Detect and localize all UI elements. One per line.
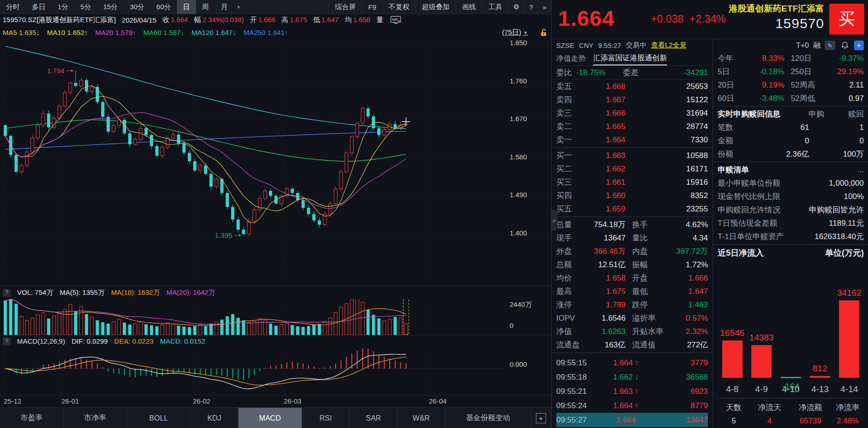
indicator-tab[interactable]: RSI <box>302 408 350 428</box>
tick-row: 09:55:181.662 ↓36568 <box>556 370 708 384</box>
timeframe-button[interactable]: 周 <box>196 0 215 14</box>
toolbar-button[interactable]: 画线 <box>456 0 482 14</box>
svg-text:1.784: 1.784 <box>47 67 65 75</box>
flow-bar <box>751 345 772 378</box>
ma-legend-item: MA120 1.647↓ <box>191 29 236 36</box>
add-indicator-button[interactable]: + <box>531 408 551 428</box>
price-axis-label: 1.760 <box>510 77 527 85</box>
toolbar-button[interactable]: F9 <box>362 0 382 14</box>
ask-row[interactable]: 卖二1.66528774 <box>556 120 708 133</box>
bid-levels: 买一1.66310588买二1.66216171买三1.66115916买四1.… <box>556 149 708 216</box>
ask-row[interactable]: 卖五1.66825653 <box>556 80 708 93</box>
unlock-icon[interactable] <box>540 29 547 37</box>
timeframe-button[interactable]: 15分 <box>97 0 124 14</box>
price-axis-label: 1.850 <box>510 39 527 47</box>
bid-row[interactable]: 买一1.66310588 <box>556 149 708 162</box>
quote-tab[interactable]: 净值走势 <box>556 52 586 65</box>
timeframe-button[interactable]: 月 <box>215 0 234 14</box>
timeframe-button[interactable]: 1分 <box>52 0 74 14</box>
indicator-tab[interactable]: 基金份额变动 <box>446 408 531 428</box>
quote-tab[interactable]: 汇添富国证港股通创新 <box>593 52 667 65</box>
flow-net-rate: 2.48% <box>832 416 864 426</box>
toolbar-button[interactable]: 超级叠加 <box>416 0 456 14</box>
ask-row[interactable]: 卖三1.66631694 <box>556 106 708 120</box>
ma-legend-items: MA5 1.635↓MA10 1.652↑MA20 1.579↑MA60 1.5… <box>3 29 288 36</box>
more-ellipsis[interactable]: ... <box>857 165 864 175</box>
ohlc-field: 低1.647 <box>313 16 339 24</box>
toolbar: 分时多日1分5分15分30分60分日周月 ▾ 综合屏F9不复权超级叠加画线工具 … <box>0 0 551 14</box>
volume-label: 量 <box>376 16 383 24</box>
bid-row[interactable]: 买五1.65923255 <box>556 202 708 216</box>
tick-list: 09:55:151.664 ↑377909:55:181.662 ↓365680… <box>556 356 708 428</box>
trading-status: 交易中 <box>626 41 647 50</box>
indicator-tab[interactable]: 市净率 <box>64 408 127 428</box>
volume-axis-label: 0 <box>510 322 513 329</box>
stats-row: 涨停1.789跌停1.463 <box>556 298 708 311</box>
indicator-tab[interactable]: W&R <box>398 408 446 428</box>
stats-row: 流通盘163亿流通值272亿 <box>556 338 708 352</box>
bell-icon[interactable] <box>839 41 850 50</box>
ma-window-selector[interactable]: (75日)▼ <box>502 28 528 37</box>
help-icon[interactable]: ? <box>3 289 11 297</box>
ask-row[interactable]: 卖一1.6647330 <box>556 133 708 147</box>
price-axis-label: 1.490 <box>510 191 527 199</box>
performance-row: 60日-3.48%52周低0.97 <box>718 92 864 105</box>
quote-header: 1.664 +0.038 +2.34% 港股通创新药ETF汇添富 159570 … <box>552 0 868 39</box>
bid-row[interactable]: 买三1.66115916 <box>556 176 708 189</box>
quote-sidebar: 1.664 +0.038 +2.34% 港股通创新药ETF汇添富 159570 … <box>551 0 868 428</box>
vol-ma10: MA(10): 1632万 <box>111 288 160 297</box>
net-inflow-chart: 165464-8143834-9-1644-108124-13341624-14 <box>718 260 864 398</box>
timeframe-button[interactable]: 30分 <box>124 0 150 14</box>
add-icon[interactable]: + <box>854 41 864 50</box>
toolbar-button[interactable]: 不复权 <box>382 0 416 14</box>
flow-bar-value: 14383 <box>739 333 784 343</box>
time-axis-label: 26-02 <box>193 397 210 405</box>
list-item: 申购赎回允许情况申购赎回皆允许 <box>718 203 864 217</box>
indicator-tab[interactable]: 市盈率 <box>0 408 64 428</box>
ma-legend-row: MA5 1.635↓MA10 1.652↑MA20 1.579↑MA60 1.5… <box>0 26 554 39</box>
ohlc-field: 开1.666 <box>250 16 276 24</box>
tick-row: 09:55:241.664 ↑8779 <box>556 399 708 413</box>
volume-pane-header: ? VOL: 754万 MA(5): 1355万 MA(10): 1632万 M… <box>0 286 554 299</box>
indicator-tab[interactable]: SAR <box>350 408 398 428</box>
more-icon[interactable]: » <box>538 0 551 14</box>
last-price: 1.664 <box>558 6 615 31</box>
svg-text:WP: WP <box>392 18 398 22</box>
timeframe-button[interactable]: 日 <box>177 0 196 14</box>
ask-row[interactable]: 卖四1.66715122 <box>556 93 708 106</box>
realtime-rows: 笔数611金额00份额2.36亿100万 <box>718 121 864 161</box>
flow-bar <box>722 340 743 378</box>
timeframe-dropdown-icon[interactable]: ▾ <box>234 0 244 14</box>
toolbar-button[interactable]: 综合屏 <box>328 0 362 14</box>
stats-row: 总额12.51亿振幅1.72% <box>556 258 708 271</box>
timeframe-button[interactable]: 60分 <box>150 0 177 14</box>
indicator-tab[interactable]: KDJ <box>190 408 238 428</box>
wp-monitor-icon[interactable]: WP <box>390 16 401 25</box>
list-item: T-1日单位申赎资产1626318.40元 <box>718 230 864 243</box>
realtime-row: 金额00 <box>718 134 864 147</box>
macd-params: MACD(12,26,9) <box>17 337 65 345</box>
gear-icon[interactable]: ⚙ <box>508 0 524 14</box>
quick-icons-row: T+0 融 ✎ + <box>718 39 864 52</box>
help-icon[interactable]: ? <box>524 0 537 14</box>
stats-row: 最高1.675最低1.647 <box>556 285 708 298</box>
stats-row: 总量754.18万换手4.62% <box>556 218 708 231</box>
realtime-row: 份额2.36亿100万 <box>718 147 864 161</box>
l2-link[interactable]: 查看L2全景 <box>651 41 687 50</box>
stats-row: 净值1.6263升贴水率2.32% <box>556 325 708 338</box>
help-icon[interactable]: ? <box>3 337 11 345</box>
quote-body: SZSE CNY 9:55:27 交易中 查看L2全景 净值走势汇添富国证港股通… <box>552 39 868 428</box>
indicator-tab[interactable]: BOLL <box>127 408 191 428</box>
timeframe-button[interactable]: 分时 <box>0 0 26 14</box>
indicator-tab[interactable]: MACD <box>238 408 302 428</box>
pencil-icon[interactable]: ✎ <box>825 41 835 50</box>
panel-collapse-handle[interactable]: » <box>551 210 558 231</box>
timeframe-button[interactable]: 5分 <box>74 0 97 14</box>
timeframe-button[interactable]: 多日 <box>26 0 52 14</box>
toolbar-button[interactable]: 工具 <box>482 0 508 14</box>
bid-row[interactable]: 买二1.66216171 <box>556 162 708 176</box>
buy-button[interactable]: 买 <box>829 4 864 35</box>
flow-net-amount: 65739 <box>789 416 832 426</box>
bid-row[interactable]: 买四1.6608352 <box>556 189 708 202</box>
tick-row: 09:55:211.663 ↑6923 <box>556 384 708 399</box>
